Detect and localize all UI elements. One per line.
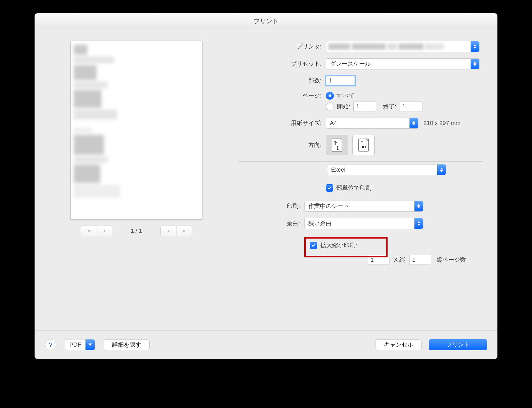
hide-details-label: 詳細を隠す bbox=[112, 341, 141, 348]
fit-tall-input[interactable] bbox=[409, 255, 431, 265]
cancel-button[interactable]: キャンセル bbox=[376, 339, 422, 350]
paper-dimensions: 210 x 297 mm bbox=[423, 120, 460, 127]
updown-icon bbox=[414, 201, 423, 211]
portrait-icon bbox=[331, 138, 343, 152]
pages-label: ページ: bbox=[238, 92, 326, 100]
app-section-popup[interactable]: Excel bbox=[327, 164, 446, 175]
updown-icon bbox=[409, 118, 418, 128]
svg-rect-2 bbox=[359, 139, 368, 151]
printer-label: プリンタ: bbox=[238, 43, 326, 51]
dialog-title: プリント bbox=[35, 13, 497, 29]
pages-to-label: 終了: bbox=[383, 102, 396, 110]
page-preview bbox=[71, 41, 202, 219]
copies-label: 部数: bbox=[238, 77, 326, 85]
paper-size-label: 用紙サイズ: bbox=[238, 119, 326, 127]
help-button[interactable]: ? bbox=[45, 339, 56, 350]
collate-checkbox[interactable] bbox=[326, 184, 333, 192]
collate-label: 部単位で印刷 bbox=[336, 184, 372, 192]
updown-icon bbox=[437, 164, 446, 175]
cancel-label: キャンセル bbox=[384, 341, 413, 348]
preview-content-placeholder bbox=[74, 45, 122, 196]
pages-all-radio[interactable] bbox=[326, 92, 334, 100]
orientation-landscape-button[interactable] bbox=[352, 135, 375, 155]
pdf-label: PDF bbox=[65, 341, 85, 348]
preview-nav: « ‹ 1 / 1 › » bbox=[81, 226, 192, 236]
svg-point-3 bbox=[365, 146, 367, 148]
orientation-label: 方向: bbox=[238, 141, 326, 149]
orientation-portrait-button[interactable] bbox=[326, 135, 348, 155]
landscape-icon bbox=[358, 138, 369, 152]
fit-wide-input[interactable] bbox=[368, 255, 389, 265]
print-what-label: 印刷: bbox=[238, 202, 304, 210]
preview-pane: « ‹ 1 / 1 › » bbox=[35, 29, 238, 331]
updown-icon bbox=[471, 41, 479, 52]
print-button[interactable]: プリント bbox=[429, 339, 487, 350]
preview-nav-forward: › » bbox=[160, 226, 192, 236]
hide-details-button[interactable]: 詳細を隠す bbox=[104, 339, 150, 350]
last-page-button[interactable]: » bbox=[176, 226, 192, 236]
pages-from-input[interactable] bbox=[353, 102, 376, 111]
next-page-button[interactable]: › bbox=[161, 226, 176, 236]
preset-popup[interactable]: グレースケール bbox=[326, 58, 480, 69]
pdf-menu-button[interactable]: PDF bbox=[65, 339, 95, 350]
dialog-footer: ? PDF 詳細を隠す キャンセル プリント bbox=[35, 330, 497, 359]
divider bbox=[238, 161, 483, 162]
margins-value: 狭い余白 bbox=[308, 219, 332, 227]
fit-x-label: X 縦 bbox=[394, 256, 405, 264]
margins-popup[interactable]: 狭い余白 bbox=[304, 218, 423, 229]
chevron-down-icon bbox=[85, 339, 95, 350]
fit-pages-tall-label: 縦ページ数 bbox=[437, 256, 466, 264]
preset-value: グレースケール bbox=[330, 60, 371, 68]
preview-nav-back: « ‹ bbox=[81, 226, 112, 236]
page-indicator: 1 / 1 bbox=[112, 227, 160, 234]
fit-label: 拡大縮小印刷: bbox=[320, 241, 357, 249]
printer-popup[interactable] bbox=[326, 41, 480, 52]
printer-name-redacted bbox=[326, 42, 470, 52]
preset-label: プリセット: bbox=[238, 60, 326, 68]
prev-page-button[interactable]: ‹ bbox=[97, 226, 112, 236]
app-section-value: Excel bbox=[331, 166, 345, 173]
updown-icon bbox=[414, 218, 423, 229]
pages-range-radio[interactable] bbox=[326, 102, 334, 110]
print-dialog: プリント « bbox=[35, 13, 497, 359]
paper-size-value: A4 bbox=[330, 120, 337, 127]
copies-input[interactable] bbox=[326, 76, 355, 85]
settings-pane: プリンタ: プリセット: グレースケール bbox=[238, 29, 497, 331]
print-what-value: 作業中のシート bbox=[308, 202, 349, 210]
pages-to-input[interactable] bbox=[400, 102, 422, 111]
pages-from-label: 開始: bbox=[337, 102, 350, 110]
print-what-popup[interactable]: 作業中のシート bbox=[304, 201, 423, 212]
margins-label: 余白: bbox=[238, 219, 304, 227]
print-label: プリント bbox=[446, 341, 470, 348]
fit-checkbox[interactable] bbox=[310, 242, 317, 249]
dialog-content: « ‹ 1 / 1 › » プリンタ: bbox=[35, 29, 497, 331]
svg-point-4 bbox=[367, 146, 367, 147]
paper-size-popup[interactable]: A4 bbox=[326, 118, 418, 129]
updown-icon bbox=[471, 59, 479, 69]
pages-all-label: すべて bbox=[337, 92, 355, 100]
help-icon: ? bbox=[49, 341, 52, 348]
svg-point-1 bbox=[337, 146, 339, 148]
first-page-button[interactable]: « bbox=[81, 226, 97, 236]
